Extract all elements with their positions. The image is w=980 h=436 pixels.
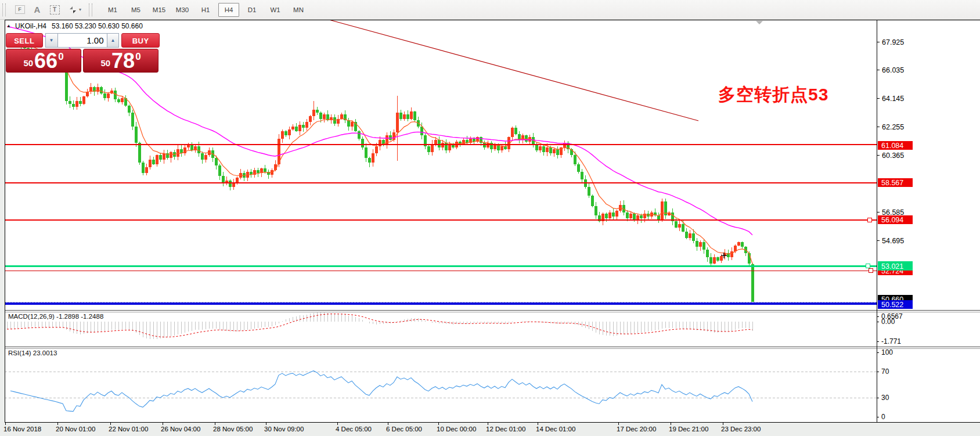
- annotation-text: 多空转折点53: [718, 83, 828, 107]
- candle-body: [361, 139, 364, 148]
- candle-body: [493, 145, 496, 149]
- candle-body: [351, 122, 354, 127]
- date-label: 6 Dec 05:00: [386, 426, 422, 433]
- candle-body: [163, 153, 165, 159]
- candle-body: [640, 215, 643, 218]
- text-label-icon[interactable]: T: [47, 3, 62, 17]
- candle-body: [535, 145, 538, 150]
- candle-body: [539, 146, 542, 151]
- candle-body: [612, 212, 615, 217]
- indicator-tick-label: -1.771: [881, 337, 901, 345]
- chevron-down-icon: ▾: [79, 7, 81, 12]
- tf-button-w1[interactable]: W1: [265, 3, 286, 17]
- indicator-tick-label: 0: [881, 413, 885, 421]
- line-handle[interactable]: [867, 218, 871, 222]
- candle-body: [441, 143, 444, 147]
- price-line-label-text: 53.021: [881, 262, 903, 271]
- candle-body: [706, 250, 709, 257]
- tf-button-mn[interactable]: MN: [288, 3, 309, 17]
- date-label: 14 Dec 01:00: [536, 426, 575, 433]
- candle-body: [737, 242, 740, 245]
- candle-body: [689, 233, 691, 238]
- candle-body: [462, 140, 465, 145]
- candle-body: [588, 187, 590, 196]
- date-label: 26 Nov 04:00: [161, 426, 200, 433]
- candle-body: [215, 158, 218, 165]
- candle-body: [204, 155, 207, 160]
- price-tick-label: 62.255: [882, 123, 904, 131]
- candle-body: [236, 178, 239, 182]
- candle-body: [685, 232, 688, 237]
- candle-body: [152, 160, 155, 164]
- candle-body: [257, 170, 260, 173]
- candle-body: [302, 125, 305, 128]
- candle-body: [434, 140, 437, 145]
- candle-body: [79, 101, 82, 104]
- candle-body: [385, 135, 388, 145]
- ask-price-box[interactable]: 50780: [83, 49, 158, 73]
- tf-button-m30[interactable]: M30: [172, 3, 193, 17]
- toolbar-grip[interactable]: [89, 3, 92, 16]
- arrows-icon[interactable]: ▾: [64, 3, 85, 17]
- indicator-tick-label: 0.00: [881, 318, 895, 326]
- candle-body: [176, 149, 179, 157]
- candle-body: [521, 135, 524, 140]
- price-line-label-text: 61.084: [881, 142, 903, 150]
- candle-body: [553, 149, 556, 154]
- price-tick-label: 60.365: [882, 152, 904, 160]
- line-handle[interactable]: [866, 264, 870, 268]
- candle-body: [96, 87, 99, 92]
- tf-button-m1[interactable]: M1: [102, 3, 123, 17]
- candle-body: [368, 158, 371, 163]
- volume-increase-button[interactable]: [107, 33, 120, 48]
- candle-body: [316, 110, 319, 113]
- candle-body: [427, 146, 430, 152]
- candle-body: [117, 99, 120, 102]
- chart-bg[interactable]: [5, 20, 980, 422]
- text-icon[interactable]: A: [30, 3, 45, 17]
- line-handle[interactable]: [869, 268, 873, 272]
- mt4-window: 67.92566.03564.14562.25560.36556.58554.6…: [0, 0, 980, 436]
- candle-body: [410, 111, 413, 119]
- tf-button-h4[interactable]: H4: [218, 3, 239, 17]
- candle-body: [438, 140, 441, 147]
- indicator-tick-label: 100: [881, 348, 893, 356]
- candle-body: [406, 114, 409, 119]
- candle-body: [149, 160, 152, 167]
- candle-body: [511, 128, 514, 137]
- bid-price-box[interactable]: 50660: [6, 49, 81, 73]
- tf-button-h1[interactable]: H1: [195, 3, 216, 17]
- candle-body: [284, 131, 287, 136]
- date-label: 22 Nov 01:00: [109, 426, 148, 433]
- toolbar-grip[interactable]: [2, 3, 6, 16]
- date-label: 30 Nov 09:00: [264, 426, 304, 433]
- price-tick-label: 64.145: [882, 95, 904, 103]
- candle-body: [86, 92, 89, 96]
- volume-decrease-button[interactable]: [45, 33, 57, 48]
- candle-body: [542, 146, 545, 152]
- rsi-label: RSI(14) 23.0013: [8, 349, 57, 356]
- candle-body: [473, 139, 475, 142]
- candle-body: [399, 113, 402, 118]
- candle-body: [699, 242, 702, 247]
- candle-body: [82, 96, 85, 104]
- sell-button[interactable]: SELL: [6, 33, 43, 48]
- candle-body: [720, 256, 723, 261]
- candle-body: [72, 104, 75, 107]
- date-label: 10 Dec 00:00: [437, 426, 476, 433]
- fibonacci-icon[interactable]: F: [12, 3, 27, 17]
- panel-collapse-icon[interactable]: ▲: [6, 23, 11, 28]
- volume-input[interactable]: [57, 33, 107, 48]
- indicator-tick-label: 30: [881, 394, 889, 402]
- candle-body: [131, 113, 134, 126]
- candle-body: [288, 129, 291, 135]
- tf-button-d1[interactable]: D1: [242, 3, 262, 17]
- candle-body: [145, 167, 148, 173]
- candle-body: [487, 143, 489, 147]
- tf-button-m15[interactable]: M15: [149, 3, 170, 17]
- buy-button[interactable]: BUY: [121, 33, 160, 48]
- tf-button-m5[interactable]: M5: [125, 3, 146, 17]
- time-axis: 16 Nov 201820 Nov 01:0022 Nov 01:0026 No…: [3, 422, 761, 433]
- candle-body: [629, 214, 632, 218]
- date-label: 17 Dec 20:00: [617, 426, 656, 433]
